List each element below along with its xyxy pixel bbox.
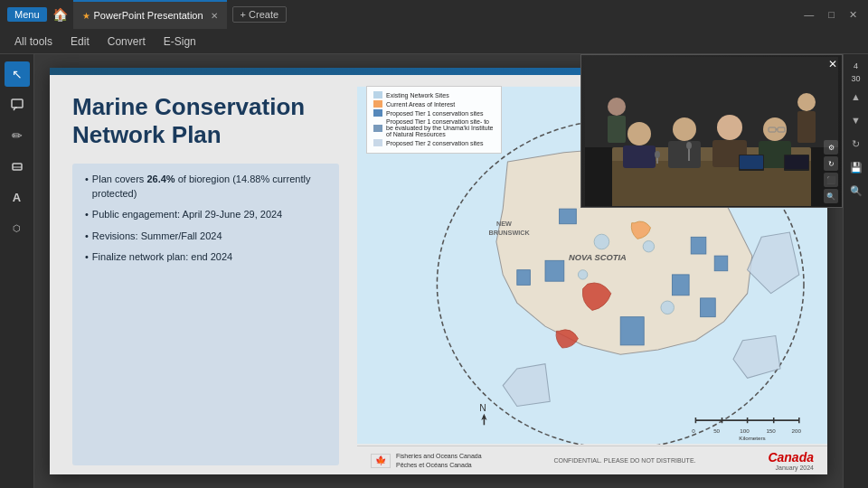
svg-rect-14 xyxy=(672,275,689,296)
tab-close-icon[interactable]: ✕ xyxy=(211,11,218,21)
svg-rect-15 xyxy=(701,298,716,317)
right-toolbar: 4 30 ▲ ▼ ↻ 💾 🔍 xyxy=(843,54,868,488)
scroll-up[interactable]: ▲ xyxy=(846,87,866,107)
video-close-button[interactable]: ✕ xyxy=(828,58,837,70)
svg-point-62 xyxy=(655,151,660,158)
svg-text:150: 150 xyxy=(766,427,776,434)
slide-left-content: Marine Conservation Network Plan • Plan … xyxy=(50,75,357,474)
svg-text:100: 100 xyxy=(740,427,750,434)
svg-rect-16 xyxy=(560,209,577,224)
video-ctrl-3[interactable]: ⬛ xyxy=(824,173,838,187)
footer-right-group: Canada January 2024 xyxy=(768,450,814,471)
canada-flag: 🍁 xyxy=(371,454,391,468)
save-btn[interactable]: 💾 xyxy=(846,157,866,177)
tab-title: PowerPoint Presentation xyxy=(94,10,203,21)
svg-text:BRUNSWICK: BRUNSWICK xyxy=(489,229,531,237)
main-layout: ↖ ✏ A ⬡ Marine Conservation Network Plan xyxy=(0,54,868,488)
cursor-tool[interactable]: ↖ xyxy=(5,61,30,87)
svg-rect-0 xyxy=(12,99,23,108)
svg-point-52 xyxy=(763,117,787,141)
legend-color-4 xyxy=(373,125,382,132)
svg-rect-45 xyxy=(623,145,656,168)
video-ctrl-2[interactable]: ↻ xyxy=(824,156,838,171)
menu-esign[interactable]: E-Sign xyxy=(156,33,203,50)
close-button[interactable]: ✕ xyxy=(845,9,861,21)
svg-rect-18 xyxy=(517,270,531,286)
home-icon[interactable]: 🏠 xyxy=(52,7,68,22)
footer-dept: Fisheries and Oceans Canada Pêches et Oc… xyxy=(396,452,482,468)
svg-point-65 xyxy=(797,93,816,111)
legend-color-1 xyxy=(373,91,382,99)
zoom-btn[interactable]: 🔍 xyxy=(846,181,866,201)
legend-color-3 xyxy=(373,109,382,117)
page-number: 4 xyxy=(854,61,858,70)
maple-leaf-icon: 🍁 xyxy=(375,455,386,465)
zoom-level: 30 xyxy=(851,74,860,83)
svg-rect-13 xyxy=(545,260,564,281)
pen-tool[interactable]: ✏ xyxy=(5,123,30,148)
video-ctrl-1[interactable]: ⚙ xyxy=(824,140,838,155)
svg-point-22 xyxy=(578,270,587,279)
svg-rect-64 xyxy=(608,116,626,143)
slide-bullets: • Plan covers 26.4% of bioregion (14.88%… xyxy=(72,164,339,465)
svg-rect-19 xyxy=(714,256,728,271)
tab-star-icon: ★ xyxy=(82,11,90,21)
slide-footer: 🍁 Fisheries and Oceans Canada Pêches et … xyxy=(357,446,827,474)
slide-container: Marine Conservation Network Plan • Plan … xyxy=(34,54,843,488)
video-ctrl-4[interactable]: 🔍 xyxy=(824,189,838,203)
video-content xyxy=(581,55,842,207)
legend-item-5: Proposed Tier 2 conservation sites xyxy=(373,139,495,146)
title-bar: Menu 🏠 ★ PowerPoint Presentation ✕ + Cre… xyxy=(0,0,868,29)
create-button[interactable]: + Create xyxy=(232,6,288,23)
video-scene xyxy=(585,57,838,206)
svg-point-23 xyxy=(661,301,675,314)
svg-rect-58 xyxy=(740,155,763,169)
svg-rect-66 xyxy=(797,111,816,143)
menu-edit[interactable]: Edit xyxy=(63,33,97,50)
stamp-tool[interactable]: ⬡ xyxy=(5,215,30,240)
svg-text:N: N xyxy=(479,403,486,413)
footer-confidential: CONFIDENTIAL. PLEASE DO NOT DISTRIBUTE. xyxy=(553,457,695,464)
scroll-down[interactable]: ▼ xyxy=(846,110,866,130)
svg-text:0: 0 xyxy=(692,427,695,434)
menu-convert[interactable]: Convert xyxy=(100,33,153,50)
create-label: + Create xyxy=(241,9,279,20)
bullet-3: • Revisions: Summer/Fall 2024 xyxy=(85,230,326,243)
svg-text:NEW: NEW xyxy=(496,220,512,228)
footer-date: January 2024 xyxy=(776,465,814,471)
text-tool[interactable]: A xyxy=(5,184,30,210)
legend-item-4: Proposed Tier 1 conservation site- to be… xyxy=(373,118,495,137)
svg-point-49 xyxy=(686,142,692,149)
menu-button[interactable]: Menu xyxy=(7,7,47,22)
title-bar-controls: — □ ✕ xyxy=(800,9,861,21)
minimize-button[interactable]: — xyxy=(800,9,817,21)
menu-bar: All tools Edit Convert E-Sign xyxy=(0,29,868,54)
svg-point-46 xyxy=(673,117,696,141)
video-controls: ⚙ ↻ ⬛ 🔍 xyxy=(820,136,842,207)
svg-text:NOVA SCOTIA: NOVA SCOTIA xyxy=(569,253,627,262)
video-overlay: ✕ ⚙ ↻ ⬛ 🔍 xyxy=(580,54,843,208)
map-legend: Existing Network Sites Current Areas of … xyxy=(366,86,502,154)
slide-title: Marine Conservation Network Plan xyxy=(72,93,339,149)
legend-item-3: Proposed Tier 1 conservation sites xyxy=(373,109,495,117)
legend-item-1: Existing Network Sites xyxy=(373,91,495,99)
bullet-2: • Public engagement: April 29-June 29, 2… xyxy=(85,208,326,221)
svg-rect-12 xyxy=(620,317,644,345)
bullet-4: • Finalize network plan: end 2024 xyxy=(85,250,326,264)
svg-text:Kilometers: Kilometers xyxy=(739,435,765,441)
svg-point-21 xyxy=(643,240,654,251)
menu-all-tools[interactable]: All tools xyxy=(7,33,60,50)
comment-tool[interactable] xyxy=(5,92,30,117)
content-area: Marine Conservation Network Plan • Plan … xyxy=(34,54,843,488)
title-bar-left: Menu 🏠 ★ PowerPoint Presentation ✕ + Cre… xyxy=(7,0,793,29)
maximize-button[interactable]: □ xyxy=(825,9,838,21)
svg-text:50: 50 xyxy=(713,427,720,434)
active-tab[interactable]: ★ PowerPoint Presentation ✕ xyxy=(73,0,227,29)
legend-color-5 xyxy=(373,139,382,146)
eraser-tool[interactable] xyxy=(5,154,30,179)
refresh-btn[interactable]: ↻ xyxy=(846,134,866,154)
footer-left: 🍁 Fisheries and Oceans Canada Pêches et … xyxy=(371,452,482,468)
svg-point-63 xyxy=(608,98,626,116)
canada-wordmark: Canada xyxy=(768,450,814,465)
svg-text:200: 200 xyxy=(791,427,801,434)
